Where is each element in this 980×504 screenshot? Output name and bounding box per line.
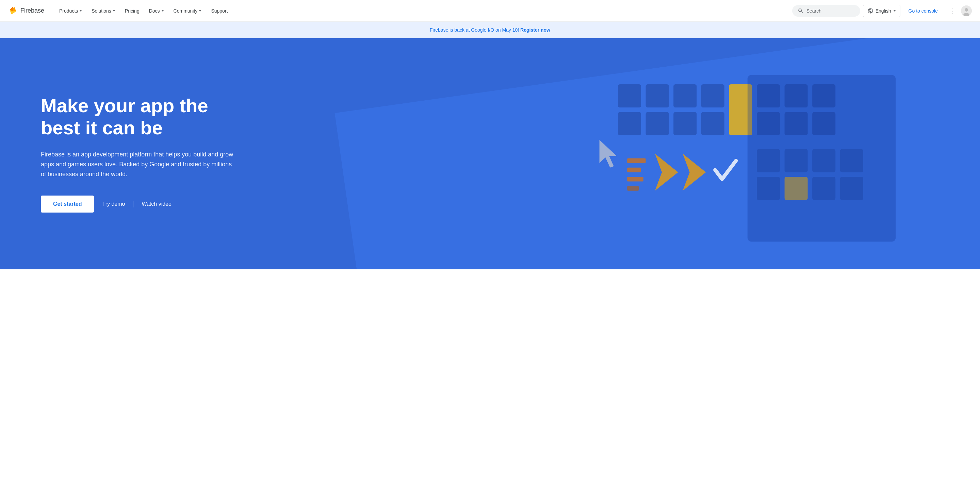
hero-title: Make your app the best it can be: [41, 95, 238, 139]
user-avatar[interactable]: [961, 5, 972, 16]
banner-register-link[interactable]: Register now: [520, 27, 550, 33]
hero-description: Firebase is an app development platform …: [41, 150, 238, 179]
hero-actions: Get started Try demo Watch video: [41, 195, 238, 212]
more-options-button[interactable]: ⋮: [946, 5, 958, 17]
svg-rect-10: [701, 112, 724, 135]
go-to-console-button[interactable]: Go to console: [903, 5, 943, 16]
svg-rect-6: [701, 84, 724, 108]
svg-rect-23: [627, 186, 639, 191]
svg-rect-4: [646, 84, 669, 108]
watch-video-link[interactable]: Watch video: [142, 201, 171, 207]
svg-rect-21: [627, 168, 641, 173]
nav-community[interactable]: Community: [169, 5, 206, 16]
try-demo-link[interactable]: Try demo: [102, 201, 125, 207]
chevron-down-icon: [199, 10, 202, 11]
svg-rect-33: [748, 75, 896, 242]
nav-right: Search English Go to console ⋮: [792, 5, 972, 17]
navbar: Firebase Products Solutions Pricing Docs…: [0, 0, 980, 22]
nav-products[interactable]: Products: [55, 5, 86, 16]
chevron-down-icon: [893, 10, 896, 11]
nav-solutions[interactable]: Solutions: [88, 5, 119, 16]
hero-illustration: [441, 38, 980, 269]
search-bar[interactable]: Search: [792, 5, 860, 17]
language-label: English: [875, 8, 891, 14]
chevron-down-icon: [113, 10, 115, 11]
chevron-down-icon: [161, 10, 164, 11]
hero-content: Make your app the best it can be Firebas…: [0, 68, 279, 239]
announcement-banner: Firebase is back at Google I/O on May 10…: [0, 22, 980, 38]
svg-point-1: [965, 8, 968, 11]
firebase-logo[interactable]: Firebase: [8, 6, 44, 16]
action-divider: [133, 201, 134, 208]
search-label: Search: [807, 8, 821, 14]
brand-name: Firebase: [21, 7, 44, 14]
get-started-button[interactable]: Get started: [41, 195, 94, 212]
svg-rect-5: [673, 84, 697, 108]
nav-pricing[interactable]: Pricing: [121, 5, 143, 16]
svg-marker-24: [600, 140, 617, 168]
svg-rect-22: [627, 177, 643, 182]
svg-marker-19: [682, 154, 706, 191]
svg-rect-20: [627, 158, 646, 163]
search-icon: [798, 8, 804, 14]
hero-section: Make your app the best it can be Firebas…: [0, 38, 980, 269]
hero-graphic: [441, 38, 980, 269]
svg-rect-7: [618, 112, 641, 135]
chevron-down-icon: [79, 10, 82, 11]
svg-marker-18: [655, 154, 678, 191]
nav-support[interactable]: Support: [207, 5, 232, 16]
nav-docs[interactable]: Docs: [145, 5, 168, 16]
avatar-icon: [961, 5, 972, 16]
globe-icon: [867, 8, 873, 14]
firebase-flame-icon: [8, 6, 18, 16]
svg-rect-9: [673, 112, 697, 135]
svg-rect-8: [646, 112, 669, 135]
language-selector[interactable]: English: [863, 5, 900, 17]
nav-links: Products Solutions Pricing Docs Communit…: [55, 5, 792, 16]
banner-text: Firebase is back at Google I/O on May 10…: [430, 27, 519, 33]
svg-rect-3: [618, 84, 641, 108]
